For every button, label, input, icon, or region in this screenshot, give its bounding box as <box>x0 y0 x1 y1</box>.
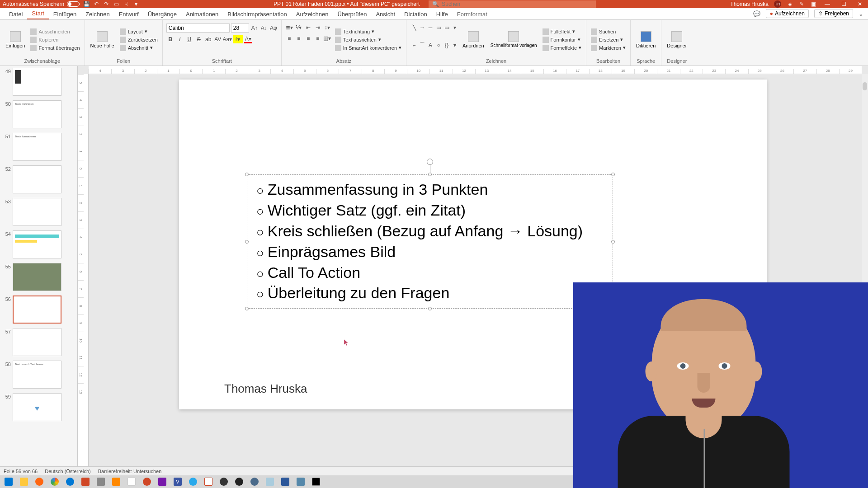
tab-zeichnen[interactable]: Zeichnen <box>81 9 114 19</box>
fill-button[interactable]: Fülleffekt▾ <box>542 28 583 35</box>
app-icon-3[interactable] <box>140 476 154 487</box>
thumbnail-item[interactable]: 57 <box>2 328 75 356</box>
search-input[interactable] <box>442 1 592 7</box>
quick-styles-button[interactable]: Schnellformat-vorlagen <box>489 22 539 57</box>
copy-button[interactable]: Kopieren <box>29 36 80 43</box>
indent-right-button[interactable]: ⇥ <box>314 23 322 32</box>
bullets-button[interactable]: ≣▾ <box>285 23 293 32</box>
tab-datei[interactable]: Datei <box>5 9 27 19</box>
shape-oval-icon[interactable]: ○ <box>434 41 443 49</box>
case-button[interactable]: Aa▾ <box>223 35 231 43</box>
thumbnail-preview[interactable] <box>13 165 61 193</box>
record-button[interactable]: ●Aufzeichnen <box>766 9 809 18</box>
resize-handle-mr[interactable] <box>611 240 615 244</box>
reset-button[interactable]: Zurücksetzen <box>119 36 159 43</box>
thumbnail-item[interactable]: 53 <box>2 198 75 226</box>
shape-line-icon[interactable]: ╲ <box>410 23 418 32</box>
clear-format-icon[interactable]: Aφ <box>269 24 278 32</box>
strike-button[interactable]: S <box>195 35 203 43</box>
maximize-button[interactable]: ☐ <box>838 1 849 7</box>
thumbnail-preview[interactable]: Texte formatieren <box>13 133 61 161</box>
shape-connector-icon[interactable]: ⌐ <box>410 41 418 49</box>
chrome-icon[interactable] <box>48 476 61 487</box>
thumbnail-item[interactable]: 59♥ <box>2 393 75 421</box>
redo-icon[interactable]: ↷ <box>103 1 109 7</box>
font-name-select[interactable] <box>166 23 230 33</box>
tab-uebergaenge[interactable]: Übergänge <box>143 9 181 19</box>
increase-font-icon[interactable]: A↑ <box>250 24 259 32</box>
tab-formformat[interactable]: Formformat <box>453 9 492 19</box>
app-icon-2[interactable] <box>125 476 138 487</box>
chevron-down-icon[interactable]: ⌄ <box>859 10 863 17</box>
resize-handle-bm[interactable] <box>428 307 432 310</box>
bullet-item[interactable]: Einprägsames Bild <box>256 242 604 263</box>
close-button[interactable]: ✕ <box>854 1 865 7</box>
new-slide-button[interactable]: Neue Folie <box>89 22 116 57</box>
resize-handle-ml[interactable] <box>245 240 249 244</box>
share-button[interactable]: ⇧Freigeben <box>814 9 853 18</box>
align-left-button[interactable]: ≡ <box>285 34 293 42</box>
shape-line2-icon[interactable]: ─ <box>426 23 434 32</box>
tab-ueberpruefen[interactable]: Überprüfen <box>333 9 371 19</box>
tab-aufzeichnen[interactable]: Aufzeichnen <box>292 9 333 19</box>
powerpoint-icon[interactable] <box>79 476 92 487</box>
bullet-item[interactable]: Überleitung zu den Fragen <box>256 283 604 304</box>
pen-icon[interactable]: ✎ <box>798 1 805 7</box>
tab-entwurf[interactable]: Entwurf <box>114 9 143 19</box>
effects-button[interactable]: Formeffekte▾ <box>542 44 583 52</box>
decrease-font-icon[interactable]: A↓ <box>260 24 268 32</box>
thumbnail-item[interactable]: 49... <box>2 68 75 96</box>
tab-hilfe[interactable]: Hilfe <box>432 9 453 19</box>
align-right-button[interactable]: ≡ <box>304 34 312 42</box>
content-textbox[interactable]: Zusammenfassung in 3 PunktenWichtiger Sa… <box>247 174 613 309</box>
thumbnail-item[interactable]: 51Texte formatieren <box>2 133 75 161</box>
resize-handle-tl[interactable] <box>245 173 249 176</box>
window-icon[interactable]: ▣ <box>810 1 816 7</box>
format-painter-button[interactable]: Format übertragen <box>29 44 80 52</box>
designer-button[interactable]: Designer <box>665 22 689 57</box>
replace-button[interactable]: Ersetzen▾ <box>590 36 627 43</box>
thumbnail-item[interactable]: 52 <box>2 165 75 193</box>
bold-button[interactable]: B <box>166 35 175 43</box>
accessibility-checker[interactable]: Barrierefreiheit: Untersuchen <box>98 469 162 474</box>
highlight-button[interactable]: ℓ▾ <box>233 35 243 43</box>
bullet-item[interactable]: Kreis schließen (Bezug auf Anfang → Lösu… <box>256 221 604 242</box>
obs-icon[interactable] <box>217 476 231 487</box>
underline-button[interactable]: U <box>185 35 193 43</box>
app-icon-6[interactable] <box>248 476 261 487</box>
thumbnail-preview[interactable]: Text boxen\nText boxes <box>13 361 61 389</box>
shape-brace-icon[interactable]: {} <box>443 41 451 49</box>
user-avatar[interactable]: TH <box>774 0 781 8</box>
shape-rect2-icon[interactable]: ▭ <box>443 23 451 32</box>
autosave-toggle[interactable]: Automatisches Speichern <box>3 1 80 7</box>
shape-arrow-icon[interactable]: → <box>418 23 426 32</box>
spacing-button[interactable]: AV <box>214 35 222 43</box>
shadow-button[interactable]: ab <box>204 35 212 43</box>
thumbnail-preview[interactable] <box>13 296 61 324</box>
tab-einfuegen[interactable]: Einfügen <box>49 9 81 19</box>
section-button[interactable]: Abschnitt▾ <box>119 44 159 52</box>
resize-handle-tr[interactable] <box>611 173 615 176</box>
font-color-button[interactable]: A▾ <box>244 35 252 43</box>
touch-icon[interactable]: ☟ <box>123 1 129 7</box>
thumbnail-preview[interactable]: ♥ <box>13 393 61 421</box>
shape-rect-icon[interactable]: ▭ <box>434 23 443 32</box>
numbering-button[interactable]: ⅟▾ <box>295 23 303 32</box>
explorer-icon[interactable] <box>17 476 31 487</box>
telegram-icon[interactable] <box>186 476 200 487</box>
cut-button[interactable]: Ausschneiden <box>29 28 80 35</box>
outline-button[interactable]: Formkontur▾ <box>542 36 583 43</box>
rotate-handle[interactable] <box>427 159 433 165</box>
text-direction-button[interactable]: Textrichtung▾ <box>334 28 402 35</box>
undo-icon[interactable]: ↶ <box>93 1 99 7</box>
tab-start[interactable]: Start <box>27 8 48 19</box>
app-icon-1[interactable] <box>94 476 108 487</box>
bullet-item[interactable]: Call To Action <box>256 263 604 283</box>
thumbnail-item[interactable]: 50Texte vortragen <box>2 100 75 128</box>
onenote-icon[interactable] <box>156 476 169 487</box>
dropdown-icon[interactable]: ▾ <box>133 1 139 7</box>
shape-text-icon[interactable]: A <box>426 41 434 49</box>
slideshow-icon[interactable]: ▭ <box>113 1 119 7</box>
shapes-gallery[interactable]: ╲→─▭▭▾ ⌐⌒A○{}▾ <box>410 22 458 57</box>
tab-animationen[interactable]: Animationen <box>181 9 223 19</box>
